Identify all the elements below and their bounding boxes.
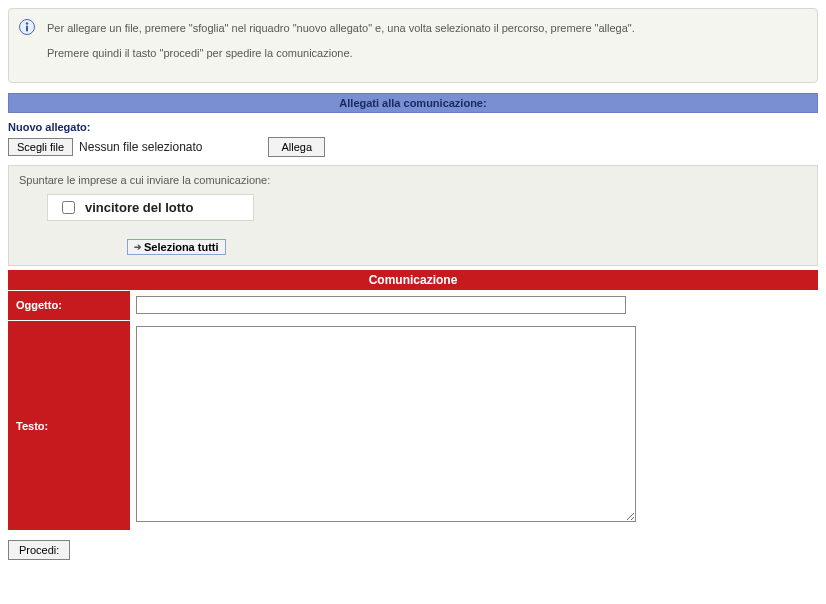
info-box: Per allegare un file, premere "sfoglia" … xyxy=(8,8,818,83)
new-attachment-label: Nuovo allegato: xyxy=(8,121,818,133)
info-icon xyxy=(19,19,35,35)
attach-button[interactable]: Allega xyxy=(268,137,325,157)
attachments-header: Allegati alla comunicazione: xyxy=(8,93,818,113)
select-all-button[interactable]: ➔ Seleziona tutti xyxy=(127,239,226,255)
subject-input[interactable] xyxy=(136,296,626,314)
communication-header: Comunicazione xyxy=(8,270,818,290)
file-status-text: Nessun file selezionato xyxy=(79,140,202,154)
body-textarea[interactable] xyxy=(136,326,636,522)
info-text-2: Premere quindi il tasto "procedi" per sp… xyxy=(47,46,807,61)
svg-rect-2 xyxy=(26,26,28,32)
arrow-right-icon: ➔ xyxy=(134,242,142,252)
recipients-box: Spuntare le imprese a cui inviare la com… xyxy=(8,165,818,266)
info-text-1: Per allegare un file, premere "sfoglia" … xyxy=(47,21,807,36)
choose-file-button[interactable]: Scegli file xyxy=(8,138,73,156)
communication-form: Oggetto: Testo: xyxy=(8,290,818,531)
file-upload-row: Scegli file Nessun file selezionato Alle… xyxy=(8,137,818,157)
company-label: vincitore del lotto xyxy=(85,200,193,215)
subject-label: Oggetto: xyxy=(8,290,130,320)
proceed-button[interactable]: Procedi: xyxy=(8,540,70,560)
company-checkbox[interactable] xyxy=(62,201,75,214)
company-row: vincitore del lotto xyxy=(47,194,254,221)
body-label: Testo: xyxy=(8,320,130,530)
recipients-instruction: Spuntare le imprese a cui inviare la com… xyxy=(19,174,807,186)
svg-point-1 xyxy=(26,22,28,24)
select-all-label: Seleziona tutti xyxy=(144,241,219,253)
